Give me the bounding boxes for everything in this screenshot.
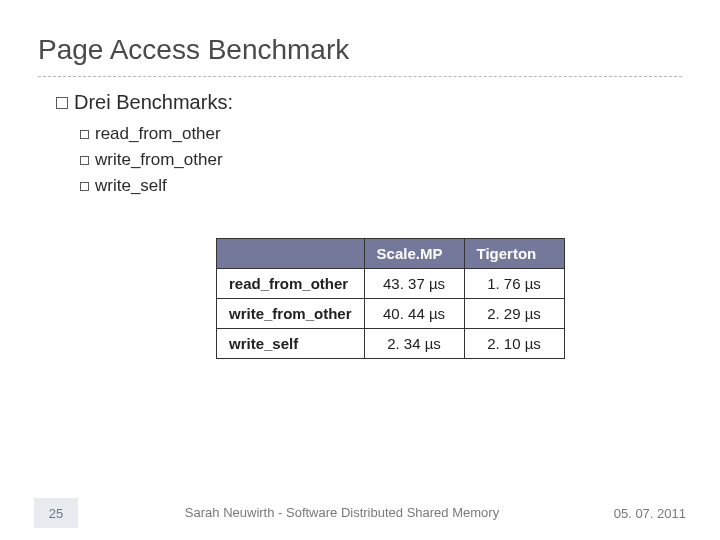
slide: Page Access Benchmark Drei Benchmarks: r…: [0, 0, 720, 540]
list-item: write_from_other: [80, 150, 682, 170]
table-corner: [217, 239, 365, 269]
footer: 25 Sarah Neuwirth - Software Distributed…: [0, 498, 720, 528]
benchmark-table: Scale.MP Tigerton read_from_other 43. 37…: [216, 238, 565, 359]
table-row: read_from_other 43. 37 µs 1. 76 µs: [217, 269, 565, 299]
page-number: 25: [34, 498, 78, 528]
table-row: write_self 2. 34 µs 2. 10 µs: [217, 329, 565, 359]
page-title: Page Access Benchmark: [38, 34, 682, 66]
cell: 2. 29 µs: [464, 299, 564, 329]
row-label: read_from_other: [217, 269, 365, 299]
cell: 43. 37 µs: [364, 269, 464, 299]
row-label: write_self: [217, 329, 365, 359]
main-bullet: Drei Benchmarks:: [56, 91, 682, 114]
main-line-text: Drei Benchmarks:: [74, 91, 233, 114]
list-item: write_self: [80, 176, 682, 196]
footer-date: 05. 07. 2011: [586, 506, 686, 521]
benchmark-table-wrap: Scale.MP Tigerton read_from_other 43. 37…: [216, 238, 682, 359]
table-header-row: Scale.MP Tigerton: [217, 239, 565, 269]
cell: 2. 10 µs: [464, 329, 564, 359]
list-item-label: write_self: [95, 176, 167, 196]
list-item-label: read_from_other: [95, 124, 221, 144]
cell: 40. 44 µs: [364, 299, 464, 329]
sub-list: read_from_other write_from_other write_s…: [56, 124, 682, 196]
cell: 1. 76 µs: [464, 269, 564, 299]
table-header: Scale.MP: [364, 239, 464, 269]
list-item: read_from_other: [80, 124, 682, 144]
square-bullet-icon: [80, 182, 89, 191]
square-bullet-icon: [56, 97, 68, 109]
table-header: Tigerton: [464, 239, 564, 269]
row-label: write_from_other: [217, 299, 365, 329]
cell: 2. 34 µs: [364, 329, 464, 359]
square-bullet-icon: [80, 156, 89, 165]
square-bullet-icon: [80, 130, 89, 139]
footer-author: Sarah Neuwirth - Software Distributed Sh…: [98, 505, 586, 521]
list-item-label: write_from_other: [95, 150, 223, 170]
content: Drei Benchmarks: read_from_other write_f…: [38, 77, 682, 359]
table-row: write_from_other 40. 44 µs 2. 29 µs: [217, 299, 565, 329]
